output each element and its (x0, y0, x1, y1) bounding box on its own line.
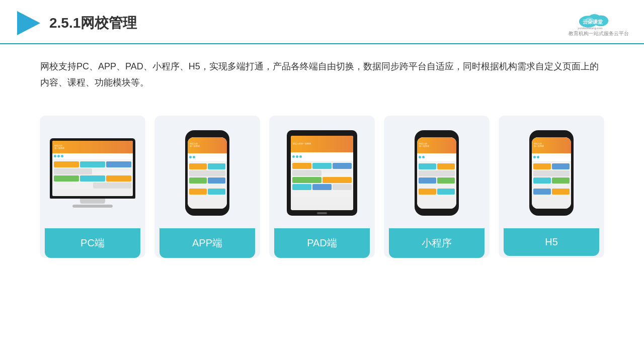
pad-body (291, 161, 353, 196)
cloud-logo-icon: 云朵课堂 yunduoketang.com (574, 9, 624, 30)
h5-body (532, 162, 571, 196)
h5-block-6 (533, 185, 570, 188)
h5-block-8 (552, 189, 570, 195)
cards-container: 职达人的第一堂网课 (0, 101, 644, 258)
pc-device: 职达人的第一堂网课 (50, 138, 135, 208)
pad-header-bar: 职达人的第一堂网课 (291, 136, 353, 152)
h5-nav (532, 153, 571, 162)
pad-tablet-screen: 职达人的第一堂网课 (291, 136, 353, 210)
pc-stand (80, 199, 105, 204)
miniapp-block-5 (437, 177, 455, 184)
app-block-2 (208, 163, 225, 169)
app-block-7 (189, 189, 207, 195)
pc-row-2 (54, 168, 131, 174)
pc-row-3 (54, 175, 131, 182)
miniapp-row-5 (419, 189, 455, 195)
pad-nav (291, 152, 353, 161)
pc-block-6 (54, 175, 79, 182)
pc-block-1 (54, 161, 79, 167)
app-row-5 (189, 189, 225, 195)
phone-notch-app (200, 133, 214, 136)
pad-device-area: 职达人的第一堂网课 (274, 128, 370, 218)
miniapp-header-text: 职达人的第一堂网课 (419, 143, 429, 148)
h5-row-1 (533, 163, 570, 169)
h5-header-bar: 职达人的第一堂网课 (532, 137, 571, 153)
miniapp-phone-screen: 职达人的第一堂网课 (417, 137, 456, 209)
nav-dot-3 (61, 155, 63, 157)
pc-header-bar: 职达人的第一堂网课 (52, 141, 133, 153)
miniapp-header-bar: 职达人的第一堂网课 (417, 137, 456, 153)
phone-notch-miniapp (430, 133, 444, 136)
pad-block-4 (292, 170, 321, 176)
nav-dot-2 (57, 155, 60, 157)
miniapp-block-6 (419, 185, 455, 188)
pc-block-7 (80, 175, 105, 182)
miniapp-row-1 (419, 163, 455, 169)
miniapp-block-4 (419, 177, 436, 184)
page-title: 2.5.1网校管理 (49, 14, 137, 33)
miniapp-nav-dot-1 (419, 156, 421, 158)
pc-block-5 (93, 168, 131, 171)
pad-row-4 (292, 184, 352, 190)
miniapp-block-1 (419, 163, 436, 169)
h5-row-3 (533, 177, 570, 184)
card-app: 职达人的第一堂网课 (154, 116, 260, 258)
pad-nav-dot-2 (296, 155, 298, 158)
miniapp-screen-content: 职达人的第一堂网课 (417, 137, 456, 209)
pad-block-5 (323, 170, 352, 173)
app-nav-dot-1 (189, 156, 192, 158)
miniapp-block-8 (437, 189, 455, 195)
pc-row-1 (54, 161, 131, 167)
pad-block-9 (312, 184, 332, 190)
pad-block-10 (333, 184, 352, 190)
card-pad: 职达人的第一堂网课 (269, 116, 375, 258)
miniapp-block-2 (437, 163, 455, 169)
pad-nav-dot-3 (299, 155, 302, 158)
pad-screen-content: 职达人的第一堂网课 (291, 136, 353, 210)
svg-marker-0 (17, 11, 40, 35)
card-pc: 职达人的第一堂网课 (40, 116, 145, 258)
app-block-5 (208, 177, 225, 184)
description-content: 网校支持PC、APP、PAD、小程序、H5，实现多端打通，产品各终端自由切换，数… (40, 58, 604, 91)
card-miniapp: 职达人的第一堂网课 (384, 116, 490, 258)
pc-block-4 (54, 168, 92, 174)
app-row-4 (189, 185, 225, 188)
pad-block-2 (312, 163, 332, 169)
h5-block-5 (552, 177, 570, 184)
miniapp-block-7 (419, 189, 436, 195)
card-miniapp-label: 小程序 (389, 228, 485, 258)
pad-tablet-device: 职达人的第一堂网课 (287, 130, 357, 216)
miniapp-block-3 (419, 170, 455, 176)
app-row-2 (189, 170, 225, 176)
pc-screen-outer: 职达人的第一堂网课 (50, 138, 135, 199)
pc-body (52, 160, 133, 190)
svg-text:yunduoketang.com: yunduoketang.com (578, 27, 602, 30)
app-block-4 (189, 177, 207, 184)
pad-row-3 (292, 177, 352, 183)
h5-header-text: 职达人的第一堂网课 (534, 143, 544, 148)
pad-block-6 (292, 177, 321, 183)
app-row-1 (189, 163, 225, 169)
h5-nav-dot-1 (533, 156, 536, 158)
miniapp-row-3 (419, 177, 455, 184)
h5-row-2 (533, 170, 570, 176)
app-header-bar: 职达人的第一堂网课 (188, 137, 227, 153)
app-phone-device: 职达人的第一堂网课 (185, 130, 229, 216)
description-text: 网校支持PC、APP、PAD、小程序、H5，实现多端打通，产品各终端自由切换，数… (0, 44, 644, 96)
pad-block-8 (292, 184, 311, 190)
h5-block-2 (552, 163, 570, 169)
pad-block-1 (292, 163, 311, 169)
h5-block-7 (533, 189, 551, 195)
app-block-1 (189, 163, 207, 169)
card-h5-label: H5 (504, 228, 599, 256)
app-block-6 (189, 185, 225, 188)
h5-device-area: 职达人的第一堂网课 (504, 128, 599, 218)
pad-row-2 (292, 170, 352, 176)
h5-block-1 (533, 163, 551, 169)
h5-row-5 (533, 189, 570, 195)
h5-screen-content: 职达人的第一堂网课 (532, 137, 571, 209)
svg-text:云朵课堂: 云朵课堂 (583, 19, 603, 25)
pad-row-5 (292, 191, 352, 194)
pc-block-3 (106, 161, 131, 167)
pad-block-3 (333, 163, 352, 169)
